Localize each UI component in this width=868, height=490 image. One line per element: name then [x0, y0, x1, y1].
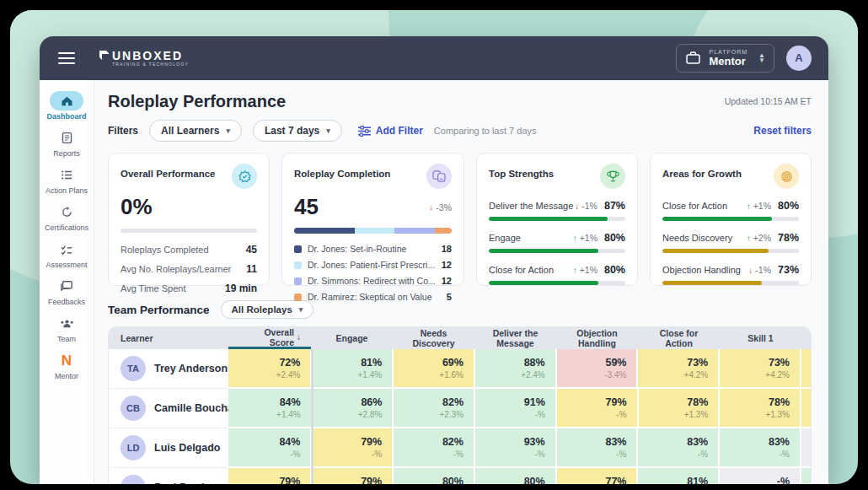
score-cell: 84%-% — [228, 428, 311, 468]
score-cell: 73%+4.2% — [636, 349, 718, 389]
comparing-note: Comparing to last 7 days — [434, 126, 537, 136]
roleplay-filter-dropdown[interactable]: All Roleplays ▾ — [221, 300, 314, 319]
sync-icon — [50, 202, 83, 222]
learners-filter-dropdown[interactable]: All Learners ▾ — [149, 120, 242, 142]
score-cell: 83%-% — [636, 428, 718, 468]
score-cell: 73%+4.2% — [718, 349, 800, 389]
roleplay-completion-card: Roleplay Completion 45 ↓ -3% — [281, 153, 464, 286]
learner-cell: LD Luis Delgado — [109, 428, 228, 468]
stat-roleplays-completed: Roleplays Completed45 — [121, 244, 257, 256]
score-cell: 79%-% — [310, 428, 392, 468]
trend-arrow: ↓ — [748, 266, 753, 275]
sidebar: Dashboard Reports Action Plans Certifica… — [40, 80, 94, 484]
score-cell: 91%-% — [474, 389, 555, 428]
column-header-overall-score[interactable]: Overall Score↓ — [228, 327, 311, 349]
table-row[interactable]: RP Ravi Patel 79%+2.1% 79%+4.0% 80%+1.7%… — [109, 468, 811, 484]
menu-icon[interactable] — [58, 52, 75, 64]
date-range-dropdown[interactable]: Last 7 days ▾ — [253, 120, 342, 142]
chevron-updown-icon: ▲▼ — [758, 53, 765, 63]
score-cell: 80%+1.7% — [392, 468, 474, 484]
column-header-objection-handling[interactable]: Objection Handling — [556, 328, 638, 348]
score-cell: 59%-3.4% — [555, 349, 637, 389]
theater-masks-icon — [426, 164, 452, 189]
table-row[interactable]: TA Trey Anderson 72%+2.4% 81%+1.4% 69%+1… — [109, 349, 811, 389]
sidebar-item-dashboard[interactable]: Dashboard — [41, 91, 92, 121]
score-cell: 80%-1.8% — [474, 468, 555, 484]
learner-name: Ravi Patel — [154, 482, 205, 484]
growth-metric: Objection Handling ↓-1% 73% — [662, 264, 799, 285]
score-cell: 84%+1.4% — [228, 389, 311, 428]
table-row[interactable]: CB Camille Bouchard 84%+1.4% 86%+2.8% 82… — [109, 389, 811, 428]
score-cell-clipped — [800, 389, 811, 428]
platform-value: Mentor — [709, 56, 747, 67]
main-content: Roleplay Performance Updated 10:15 AM ET… — [94, 80, 828, 484]
report-icon — [50, 128, 83, 148]
trend-arrow: ↑ — [747, 234, 751, 243]
trend-arrow: ↑ — [573, 266, 577, 275]
areas-for-growth-card: Areas for Growth Close for Action ↑+1% 8… — [650, 153, 812, 286]
score-cell: 86%+2.8% — [311, 389, 393, 428]
legend-item: Dr. Ramirez: Skeptical on Value 5 — [294, 292, 452, 302]
score-cell: 78%+1.3% — [718, 389, 800, 428]
score-cell: 69%+1.6% — [392, 349, 474, 389]
trend-arrow: ↑ — [573, 234, 577, 243]
star-badge-icon — [232, 164, 257, 189]
score-cell: 93%-% — [474, 428, 555, 468]
sidebar-item-assessment[interactable]: Assessment — [41, 240, 92, 269]
score-cell-clipped — [800, 468, 811, 484]
team-performance-table: Learner Overall Score↓ Engage Needs Disc… — [108, 326, 812, 484]
sidebar-item-mentor[interactable]: N Mentor — [41, 351, 92, 380]
column-header-skill-1[interactable]: Skill 1 — [720, 333, 801, 343]
filters-label: Filters — [108, 125, 138, 137]
checklist-icon — [50, 240, 83, 259]
score-cell: 82%-% — [392, 428, 474, 468]
trend-arrow: ↓ — [429, 202, 433, 212]
home-icon — [50, 91, 83, 110]
learner-cell: TA Trey Anderson — [109, 349, 228, 389]
mentor-n-icon: N — [50, 351, 83, 370]
column-header-close-for-action[interactable]: Close for Action — [638, 328, 720, 348]
updated-timestamp: Updated 10:15 AM ET — [725, 96, 812, 106]
briefcase-icon — [685, 51, 701, 65]
trophy-icon — [600, 164, 625, 189]
legend-item: Dr. Jones: Set-in-Routine 18 — [294, 244, 452, 254]
add-filter-button[interactable]: Add Filter — [358, 125, 423, 137]
user-avatar[interactable]: A — [786, 46, 812, 71]
learner-cell: CB Camille Bouchard — [109, 389, 228, 428]
score-cell: 88%+2.4% — [474, 349, 555, 389]
score-cell: 82%+2.3% — [392, 389, 474, 428]
score-cell: 81%+1.1% — [636, 468, 718, 484]
overall-performance-value: 0% — [121, 194, 153, 220]
sidebar-item-team[interactable]: Team — [41, 314, 92, 343]
sidebar-item-reports[interactable]: Reports — [41, 128, 92, 158]
sidebar-item-certifications[interactable]: Certifications — [41, 202, 92, 232]
table-row[interactable]: LD Luis Delgado 84%-% 79%-% 82%-% 93%-% … — [109, 428, 811, 468]
team-performance-title: Team Performance — [108, 304, 210, 316]
column-header-needs-discovery[interactable]: Needs Discovery — [393, 328, 474, 348]
platform-selector[interactable]: PLATFORM Mentor ▲▼ — [676, 44, 774, 73]
legend-item: Dr. Jones: Patient-First Prescri... 12 — [294, 260, 452, 270]
sidebar-item-feedbacks[interactable]: Feedbacks — [41, 277, 92, 306]
column-header-learner[interactable]: Learner — [109, 333, 228, 343]
top-bar: UNBOXED TRAINING & TECHNOLOGY PLATFORM M… — [40, 36, 828, 80]
logo-box-icon — [99, 50, 110, 62]
column-header-engage[interactable]: Engage — [311, 333, 393, 343]
growth-metric: Needs Discovery ↑+2% 78% — [662, 232, 799, 253]
growth-metric: Close for Action ↑+1% 80% — [662, 200, 799, 221]
people-icon — [50, 314, 83, 333]
list-icon — [50, 165, 83, 185]
learner-name: Luis Delgado — [154, 442, 220, 454]
column-header-deliver-the-message[interactable]: Deliver the Message — [474, 328, 556, 348]
reset-filters-link[interactable]: Reset filters — [753, 125, 812, 137]
sidebar-item-action-plans[interactable]: Action Plans — [41, 165, 92, 195]
table-header: Learner Overall Score↓ Engage Needs Disc… — [109, 327, 811, 349]
score-cell: 78%+1.3% — [637, 389, 719, 428]
score-cell: 79%+2.1% — [228, 468, 311, 484]
filters-bar: Filters All Learners ▾ Last 7 days ▾ Add… — [108, 120, 812, 142]
stat-avg-roleplays: Avg No. Roleplays/Learner11 — [121, 263, 257, 275]
completion-value: 45 — [294, 194, 319, 220]
chevron-down-icon: ▾ — [299, 305, 303, 314]
score-cell: 72%+2.4% — [228, 349, 311, 389]
chevron-down-icon: ▾ — [226, 127, 230, 135]
overall-performance-card: Overall Performance 0% Roleplays Complet… — [108, 153, 270, 286]
